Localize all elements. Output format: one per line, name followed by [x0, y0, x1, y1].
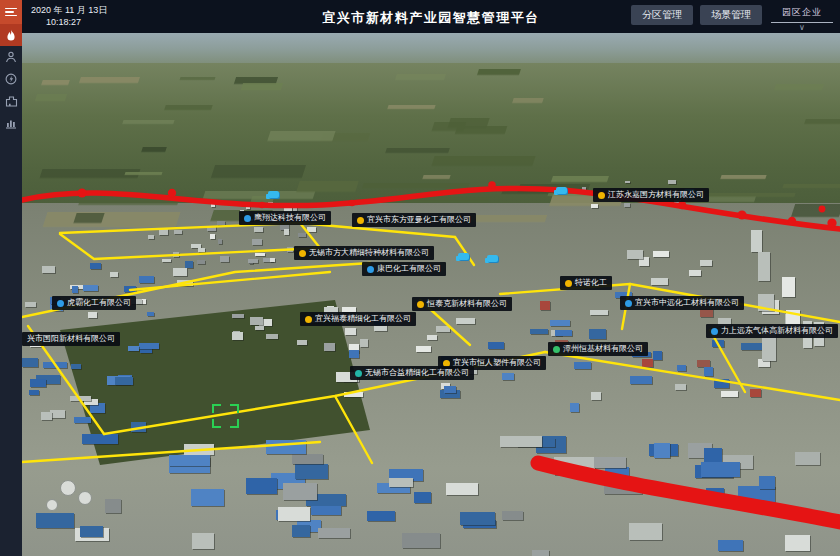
scene-management-button[interactable]: 场景管理 [700, 5, 762, 25]
app-window: 2020 年 11 月 13日 10:18:27 宜兴市新材料产业园智慧管理平台… [0, 0, 840, 556]
red-road-blob [827, 218, 836, 227]
red-road-blob [349, 200, 355, 206]
chevron-down-icon: ∨ [769, 24, 835, 32]
hamburger-icon [5, 8, 17, 17]
company-label-text: 无锡市方大精细特种材料有限公司 [309, 249, 429, 257]
yellow-road [455, 237, 474, 265]
company-label[interactable]: 力上远东气体高新材料有限公司 [706, 324, 838, 338]
company-label[interactable]: 特诺化工 [560, 276, 612, 290]
person-icon [5, 51, 17, 63]
yellow-road [335, 396, 372, 463]
map-3d-view[interactable]: 鹰翔达科技有限公司宜兴市东方亚曼化工有限公司无锡市方大精细特种材料有限公司康巴化… [22, 33, 840, 556]
red-road-blob [737, 210, 746, 219]
red-road-blob [78, 189, 87, 198]
company-label[interactable]: 康巴化工有限公司 [362, 262, 446, 276]
company-label[interactable]: 鹰翔达科技有限公司 [239, 211, 331, 225]
company-label-text: 鹰翔达科技有限公司 [254, 214, 326, 222]
sidebar-item-enterprise[interactable] [0, 90, 22, 112]
company-marker-icon [367, 266, 374, 273]
zone-management-button[interactable]: 分区管理 [631, 5, 693, 25]
factory-icon [5, 95, 18, 107]
company-label-text: 兴市国阳新材料有限公司 [27, 335, 115, 343]
company-label-text: 恒泰克新材料有限公司 [427, 300, 507, 308]
red-road-blob [168, 189, 176, 197]
company-marker-icon [598, 192, 605, 199]
bar-chart-icon [5, 117, 17, 129]
red-road-blob [678, 201, 686, 209]
company-marker-icon [244, 215, 251, 222]
equipment-marker[interactable] [556, 187, 567, 194]
red-road-blob [819, 206, 826, 213]
company-marker-icon [711, 328, 718, 335]
yellow-road [22, 442, 320, 462]
company-label-text: 宜兴福泰精细化工有限公司 [315, 315, 411, 323]
company-label-text: 宜兴市东方亚曼化工有限公司 [367, 216, 471, 224]
company-label-text: 虎霸化工有限公司 [67, 299, 131, 307]
company-label[interactable]: 宜兴福泰精细化工有限公司 [300, 312, 416, 326]
company-label-text: 潭州恒基材料有限公司 [563, 345, 643, 353]
sidebar-item-statistics[interactable] [0, 112, 22, 134]
company-marker-icon [565, 280, 572, 287]
red-road-blob [788, 217, 796, 225]
park-enterprise-dropdown[interactable]: 园区企业 ∨ [769, 5, 835, 32]
red-road-bottom [538, 463, 840, 522]
header-actions: 分区管理 场景管理 园区企业 ∨ [631, 5, 835, 32]
company-label-text: 特诺化工 [575, 279, 607, 287]
company-marker-icon [357, 217, 364, 224]
company-label[interactable]: 宜兴市东方亚曼化工有限公司 [352, 213, 476, 227]
sidebar-item-personnel[interactable] [0, 46, 22, 68]
map-roads-overlay [22, 33, 840, 556]
company-label[interactable]: 无锡市方大精细特种材料有限公司 [294, 246, 434, 260]
company-label[interactable]: 兴市国阳新材料有限公司 [22, 332, 120, 346]
flame-icon [5, 29, 17, 42]
selection-box[interactable] [212, 404, 239, 428]
company-marker-icon [417, 301, 424, 308]
company-label-text: 宜兴市中远化工材料有限公司 [635, 299, 739, 307]
sidebar [0, 0, 22, 556]
company-marker-icon [553, 346, 560, 353]
company-marker-icon [299, 250, 306, 257]
power-gauge-icon [5, 73, 17, 85]
company-label[interactable]: 恒泰克新材料有限公司 [412, 297, 512, 311]
company-marker-icon [355, 370, 362, 377]
equipment-marker[interactable] [487, 255, 498, 262]
company-marker-icon [625, 300, 632, 307]
equipment-marker[interactable] [268, 191, 279, 198]
red-road-blob [259, 202, 265, 208]
sidebar-item-energy[interactable] [0, 68, 22, 90]
company-label[interactable]: 虎霸化工有限公司 [52, 296, 136, 310]
yellow-road [545, 352, 840, 400]
top-header: 2020 年 11 月 13日 10:18:27 宜兴市新材料产业园智慧管理平台… [22, 0, 840, 33]
company-label[interactable]: 潭州恒基材料有限公司 [548, 342, 648, 356]
sidebar-item-alerts[interactable] [0, 24, 22, 46]
company-label-text: 力上远东气体高新材料有限公司 [721, 327, 833, 335]
company-marker-icon [305, 316, 312, 323]
yellow-road [130, 272, 330, 290]
company-label-text: 无锡市合益精细化工有限公司 [365, 369, 469, 377]
company-label-text: 江苏永嘉国方材料有限公司 [608, 191, 704, 199]
equipment-marker[interactable] [458, 253, 469, 260]
company-label[interactable]: 宜兴市中远化工材料有限公司 [620, 296, 744, 310]
dropdown-label: 园区企业 [769, 6, 835, 19]
menu-button[interactable] [0, 0, 22, 24]
company-label[interactable]: 江苏永嘉国方材料有限公司 [593, 188, 709, 202]
company-label-text: 康巴化工有限公司 [377, 265, 441, 273]
company-marker-icon [57, 300, 64, 307]
red-road-blob [488, 181, 496, 189]
company-label[interactable]: 无锡市合益精细化工有限公司 [350, 366, 474, 380]
